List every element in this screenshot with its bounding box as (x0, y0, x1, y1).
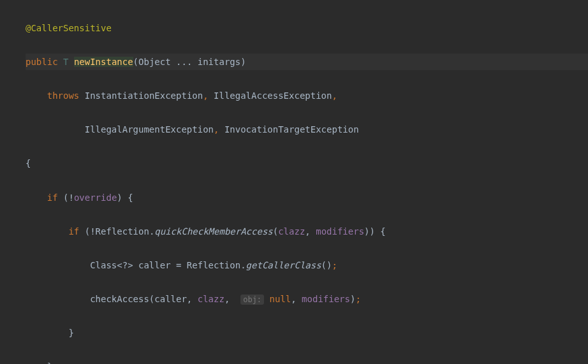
brace: } (68, 328, 73, 338)
punct: )) { (364, 226, 386, 237)
code-line: if (!Reflection.quickCheckMemberAccess(c… (26, 223, 588, 240)
field-override: override (74, 193, 117, 203)
keyword-if: if (68, 226, 79, 237)
exception: IllegalAccessException (214, 91, 332, 101)
exception: InstantiationException (85, 91, 203, 101)
semi: ; (355, 294, 360, 304)
field-clazz: clazz (198, 294, 224, 304)
comma: , (224, 294, 235, 304)
punct: ( (273, 226, 278, 237)
brace: { (26, 158, 31, 168)
code-line: Class<?> caller = Reflection.getCallerCl… (26, 257, 588, 274)
exception: InvocationTargetException (224, 124, 359, 135)
method-call: getCallerClass (246, 260, 321, 270)
field-modifiers: modifiers (316, 226, 364, 237)
keyword-if: if (47, 193, 58, 203)
decl: Class<?> caller = Reflection. (90, 260, 246, 270)
comma: , (305, 226, 316, 237)
punct: () (321, 260, 332, 270)
annotation: @CallerSensitive (26, 23, 112, 33)
punct: ) { (117, 193, 133, 203)
code-line: public T newInstance(Object ... initargs… (26, 54, 588, 71)
params: (Object ... initargs) (133, 57, 246, 67)
punct: (!Reflection. (85, 226, 155, 237)
code-line: IllegalArgumentException, InvocationTarg… (26, 121, 588, 138)
comma: , (203, 91, 208, 101)
param-hint: obj: (240, 295, 264, 305)
comma: , (332, 91, 337, 101)
code-line: { (26, 155, 588, 172)
semi: ; (332, 260, 337, 270)
code-line: @CallerSensitive (26, 20, 588, 37)
call: checkAccess(caller, (90, 294, 198, 304)
method-call: quickCheckMemberAccess (154, 226, 272, 237)
field-modifiers: modifiers (302, 294, 350, 304)
comma: , (291, 294, 302, 304)
keyword-null: null (270, 294, 291, 304)
type-param: T (63, 57, 68, 67)
method-name: newInstance (74, 57, 133, 67)
punct: (! (63, 193, 74, 203)
code-line: } (26, 324, 588, 342)
exception: IllegalArgumentException (85, 124, 214, 135)
code-line: throws InstantiationException, IllegalAc… (26, 87, 588, 105)
code-line: checkAccess(caller, clazz, obj: null, mo… (26, 291, 588, 308)
keyword-public: public (26, 57, 58, 67)
code-line: if (!override) { (26, 189, 588, 207)
code-editor[interactable]: @CallerSensitive public T newInstance(Ob… (0, 3, 588, 364)
keyword-throws: throws (47, 91, 80, 101)
comma: , (214, 124, 219, 135)
field-clazz: clazz (278, 226, 305, 237)
code-line: } (26, 358, 588, 364)
brace: } (47, 361, 52, 364)
